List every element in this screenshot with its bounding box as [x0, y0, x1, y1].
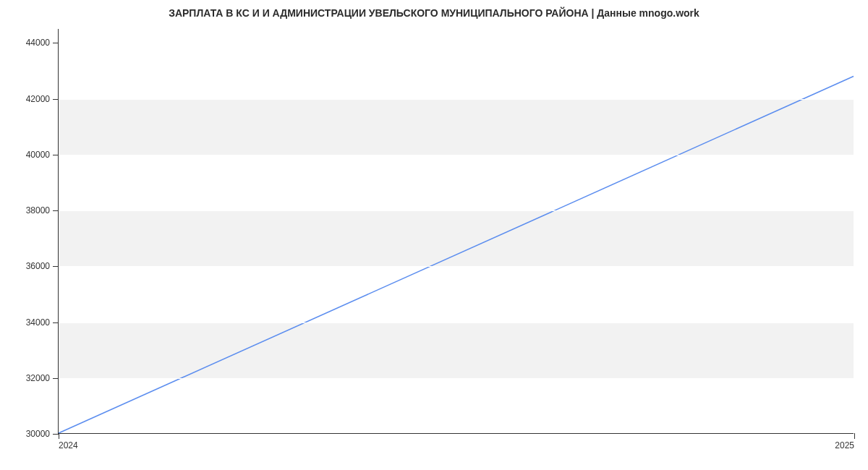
grid-line: [59, 378, 854, 379]
y-tick-label: 30000: [26, 429, 50, 439]
chart-title: ЗАРПЛАТА В КС И И АДМИНИСТРАЦИИ УВЕЛЬСКО…: [0, 7, 868, 19]
grid-line: [59, 434, 854, 435]
y-tick-label: 36000: [26, 261, 50, 271]
y-tick: [53, 210, 59, 211]
y-tick: [53, 322, 59, 323]
y-tick-label: 34000: [26, 317, 50, 328]
plot-area: 3000032000340003600038000400004200044000…: [58, 29, 854, 434]
grid-line: [59, 99, 854, 100]
y-tick-label: 42000: [26, 94, 50, 104]
data-line: [59, 77, 854, 433]
y-tick: [53, 378, 59, 379]
grid-line: [59, 43, 854, 43]
grid-line: [59, 266, 854, 267]
chart-container: ЗАРПЛАТА В КС И И АДМИНИСТРАЦИИ УВЕЛЬСКО…: [0, 0, 868, 470]
y-tick: [53, 266, 59, 267]
x-tick: [59, 433, 59, 439]
grid-line: [59, 210, 854, 211]
y-tick-label: 38000: [26, 205, 50, 215]
x-tick: [854, 433, 855, 439]
grid-line: [59, 155, 854, 155]
grid-line: [59, 322, 854, 323]
x-tick-label: 2025: [835, 440, 854, 450]
y-tick-label: 44000: [26, 38, 50, 48]
y-tick: [53, 434, 59, 435]
y-tick: [53, 99, 59, 100]
y-tick: [53, 155, 59, 155]
y-tick: [53, 43, 59, 43]
x-tick-label: 2024: [59, 440, 78, 450]
y-tick-label: 40000: [26, 150, 50, 160]
data-line-svg: [59, 29, 854, 433]
y-tick-label: 32000: [26, 373, 50, 383]
